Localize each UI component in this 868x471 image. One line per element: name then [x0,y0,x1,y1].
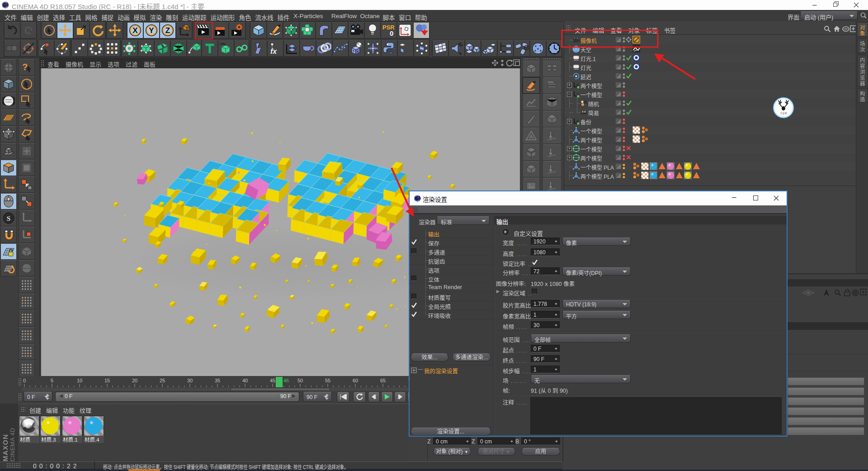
svg-text:50: 50 [297,378,303,383]
svg-text:S: S [7,215,10,222]
svg-text:20: 20 [132,378,137,383]
svg-text:10: 10 [77,378,82,383]
svg-text:45: 45 [270,378,275,383]
svg-text:Z: Z [165,26,170,35]
svg-text:5: 5 [51,378,53,383]
svg-text:行走吧: 行走吧 [780,112,787,115]
svg-text:X: X [132,26,138,35]
svg-text:Y: Y [149,26,154,35]
svg-text:0: 0 [390,29,393,37]
svg-text:25: 25 [160,378,165,383]
svg-text:55: 55 [325,378,330,383]
svg-text:35: 35 [215,378,220,383]
svg-text:60: 60 [353,378,358,383]
svg-text:30: 30 [187,378,193,383]
svg-text:fx: fx [270,48,277,55]
svg-text:65: 65 [380,378,386,383]
svg-text:0: 0 [23,378,26,383]
svg-text:15: 15 [104,378,110,383]
svg-text:46: 46 [283,378,289,383]
svg-text:40: 40 [242,378,248,383]
